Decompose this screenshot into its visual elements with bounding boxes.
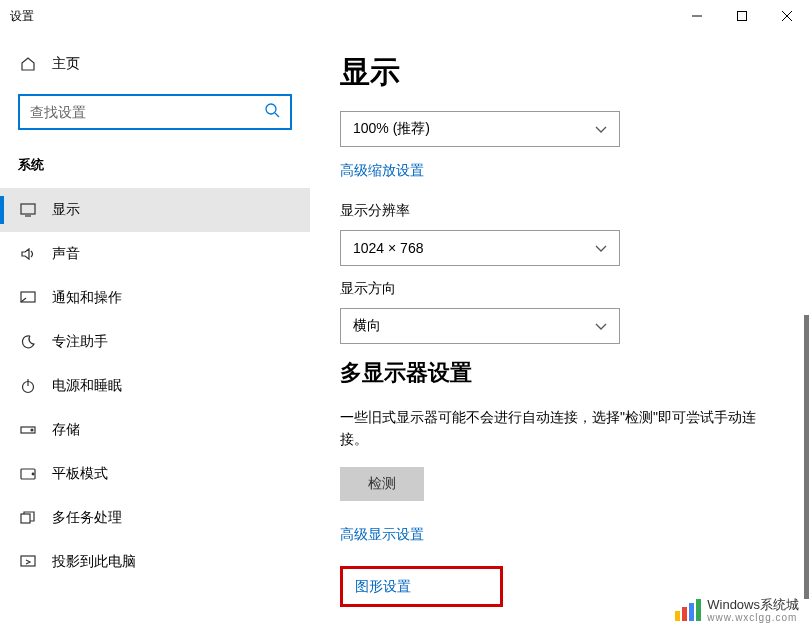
nav-label: 专注助手 (52, 333, 108, 351)
minimize-button[interactable] (674, 0, 719, 32)
resolution-value: 1024 × 768 (353, 240, 423, 256)
tablet-icon (18, 468, 38, 480)
svg-point-4 (266, 104, 276, 114)
svg-point-12 (31, 429, 33, 431)
watermark-logo (675, 599, 701, 621)
advanced-display-link[interactable]: 高级显示设置 (340, 526, 424, 544)
orientation-dropdown[interactable]: 横向 (340, 308, 620, 344)
svg-point-14 (32, 473, 34, 475)
minimize-icon (692, 11, 702, 21)
home-label: 主页 (52, 55, 80, 73)
multi-display-desc: 一些旧式显示器可能不会进行自动连接，选择"检测"即可尝试手动连接。 (340, 406, 770, 451)
content-area: 显示 100% (推荐) 高级缩放设置 显示分辨率 1024 × 768 显示方… (310, 32, 809, 631)
graphics-settings-link[interactable]: 图形设置 (355, 578, 411, 596)
maximize-icon (737, 11, 747, 21)
highlight-box: 图形设置 (340, 566, 503, 607)
resolution-dropdown[interactable]: 1024 × 768 (340, 230, 620, 266)
sidebar-item-project[interactable]: 投影到此电脑 (0, 540, 310, 584)
search-input[interactable] (30, 104, 264, 120)
sidebar-item-multitask[interactable]: 多任务处理 (0, 496, 310, 540)
display-icon (18, 203, 38, 217)
nav-label: 存储 (52, 421, 80, 439)
window-controls (674, 0, 809, 32)
chevron-down-icon (595, 121, 607, 137)
close-button[interactable] (764, 0, 809, 32)
sidebar: 主页 系统 显示 声音 通知 (0, 32, 310, 631)
notification-icon (18, 291, 38, 305)
sidebar-item-display[interactable]: 显示 (0, 188, 310, 232)
nav-label: 显示 (52, 201, 80, 219)
scale-value: 100% (推荐) (353, 120, 430, 138)
project-icon (18, 555, 38, 569)
orientation-label: 显示方向 (340, 280, 779, 298)
sidebar-item-notifications[interactable]: 通知和操作 (0, 276, 310, 320)
svg-rect-1 (737, 12, 746, 21)
nav-label: 投影到此电脑 (52, 553, 136, 571)
titlebar: 设置 (0, 0, 809, 32)
sidebar-item-focus[interactable]: 专注助手 (0, 320, 310, 364)
sidebar-item-power[interactable]: 电源和睡眠 (0, 364, 310, 408)
svg-line-5 (275, 113, 279, 117)
close-icon (782, 11, 792, 21)
watermark-text: Windows系统城 www.wxclgg.com (707, 598, 799, 623)
nav-label: 平板模式 (52, 465, 108, 483)
nav-label: 电源和睡眠 (52, 377, 122, 395)
page-heading: 显示 (340, 52, 779, 93)
window-title: 设置 (10, 8, 34, 25)
storage-icon (18, 424, 38, 436)
sidebar-item-storage[interactable]: 存储 (0, 408, 310, 452)
sidebar-item-sound[interactable]: 声音 (0, 232, 310, 276)
watermark: Windows系统城 www.wxclgg.com (675, 598, 799, 623)
sound-icon (18, 246, 38, 262)
nav-label: 多任务处理 (52, 509, 122, 527)
multitask-icon (18, 511, 38, 525)
focus-icon (18, 334, 38, 350)
resolution-label: 显示分辨率 (340, 202, 779, 220)
advanced-scale-link[interactable]: 高级缩放设置 (340, 162, 424, 180)
search-icon[interactable] (264, 102, 280, 122)
section-title: 系统 (0, 148, 310, 188)
scale-dropdown[interactable]: 100% (推荐) (340, 111, 620, 147)
search-box[interactable] (18, 94, 292, 130)
home-link[interactable]: 主页 (0, 42, 310, 86)
home-icon (18, 56, 38, 72)
nav-label: 通知和操作 (52, 289, 122, 307)
multi-display-heading: 多显示器设置 (340, 358, 779, 388)
chevron-down-icon (595, 240, 607, 256)
power-icon (18, 378, 38, 394)
sidebar-item-tablet[interactable]: 平板模式 (0, 452, 310, 496)
detect-button[interactable]: 检测 (340, 467, 424, 501)
scrollbar[interactable] (804, 315, 809, 599)
nav-label: 声音 (52, 245, 80, 263)
orientation-value: 横向 (353, 317, 381, 335)
svg-rect-6 (21, 204, 35, 214)
chevron-down-icon (595, 318, 607, 334)
svg-rect-15 (21, 514, 30, 523)
maximize-button[interactable] (719, 0, 764, 32)
